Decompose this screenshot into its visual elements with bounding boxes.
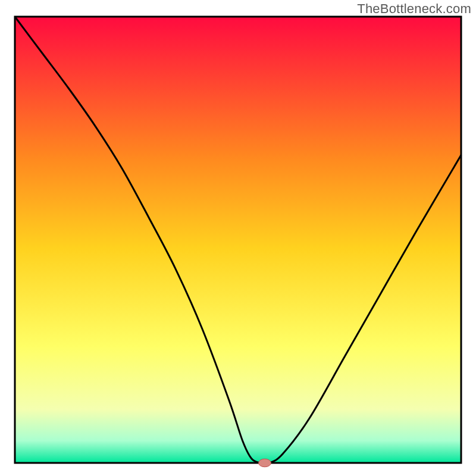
bottleneck-chart	[0, 0, 476, 476]
watermark-text: TheBottleneck.com	[357, 1, 471, 17]
gradient-background	[15, 17, 461, 463]
optimal-marker	[259, 459, 271, 467]
